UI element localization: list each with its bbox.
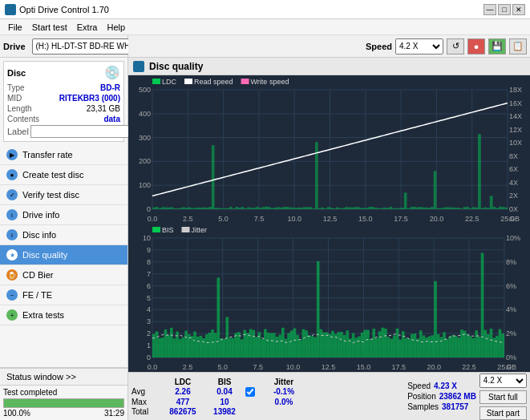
speed-toolbar: Speed 4.2 X Max 1.0 X 2.0 X 6.0 X 8.0 X … [128, 35, 530, 58]
start-part-button[interactable]: Start part [479, 406, 527, 420]
disc-label-input[interactable] [30, 125, 136, 138]
speed-select[interactable]: 4.2 X Max 1.0 X 2.0 X 6.0 X 8.0 X [395, 38, 443, 55]
sidebar-item-label-drive-info: Drive info [22, 210, 59, 220]
stats-ldc-header: LDC [162, 378, 204, 386]
stats-speed-select[interactable]: 4.2 X Max 2.0 X [479, 374, 527, 388]
chart2-container [128, 224, 530, 372]
stats-max-bis: 10 [204, 398, 245, 406]
fe-te-icon: ~ [6, 289, 18, 301]
refresh-button[interactable]: ↺ [447, 38, 464, 55]
close-button[interactable]: ✕ [512, 4, 525, 15]
cd-bier-icon: 🍺 [6, 269, 18, 281]
stats-avg-ldc: 2.26 [162, 387, 204, 396]
maximize-button[interactable]: □ [498, 4, 511, 15]
disc-panel-title: Disc [7, 68, 26, 78]
sidebar-item-label-create-test-disc: Create test disc [22, 170, 83, 180]
jitter-checkbox[interactable] [245, 387, 255, 397]
charts-area [128, 75, 530, 372]
disc-quality-header: Disc quality [128, 58, 530, 75]
stats-bottom: LDC BIS Jitter Avg 2.26 0.04 -0.1% Max 4… [128, 372, 530, 420]
disc-length-row: Length 23,31 GB [7, 104, 120, 113]
nav-menu: ▶ Transfer rate ● Create test disc ✓ Ver… [0, 145, 127, 325]
samples-value: 381757 [442, 402, 468, 411]
sidebar-item-label-disc-quality: Disc quality [22, 250, 67, 260]
sidebar-item-fe-te[interactable]: ~ FE / TE [0, 285, 127, 305]
disc-type-row: Type BD-R [7, 83, 120, 92]
app-icon [5, 4, 16, 15]
sidebar-item-extra-tests[interactable]: + Extra tests [0, 305, 127, 325]
sidebar: Drive (H:) HL-DT-ST BD-RE WH16NS48 1.D3 … [0, 35, 128, 420]
disc-contents-value: data [103, 115, 120, 123]
menu-help[interactable]: Help [102, 22, 130, 33]
disc-mid-row: MID RITEKBR3 (000) [7, 94, 120, 103]
sidebar-item-disc-quality[interactable]: ★ Disc quality [0, 245, 127, 265]
dq-title: Disc quality [149, 61, 203, 72]
verify-test-disc-icon: ✓ [6, 189, 18, 200]
stats-max-ldc: 477 [162, 398, 204, 406]
sidebar-item-label-fe-te: FE / TE [22, 290, 52, 300]
stats-avg-label: Avg [131, 387, 162, 396]
disc-icon: 💿 [104, 65, 120, 80]
disc-length-value: 23,31 GB [87, 104, 120, 113]
title-bar: Opti Drive Control 1.70 — □ ✕ [0, 0, 530, 19]
speed-display-label: Speed [407, 382, 431, 390]
speed-display-value: 4.23 X [434, 382, 457, 390]
sidebar-item-label-cd-bier: CD Bier [22, 270, 54, 280]
stats-avg-bis: 0.04 [204, 387, 245, 396]
dq-icon [133, 61, 144, 72]
sidebar-item-verify-test-disc[interactable]: ✓ Verify test disc [0, 185, 127, 205]
disc-type-value: BD-R [100, 83, 120, 92]
disc-contents-label: Contents [7, 115, 39, 123]
stats-max-label: Max [131, 398, 162, 406]
progress-fill [4, 399, 123, 407]
menu-file[interactable]: File [3, 22, 27, 33]
progress-bar [3, 398, 124, 408]
samples-label: Samples [407, 402, 439, 411]
sidebar-item-label-extra-tests: Extra tests [22, 310, 64, 320]
disc-type-label: Type [7, 83, 25, 92]
sidebar-item-disc-info[interactable]: i Disc info [0, 225, 127, 245]
sidebar-item-create-test-disc[interactable]: ● Create test disc [0, 165, 127, 185]
stats-jitter-header: Jitter [263, 378, 305, 386]
sidebar-item-cd-bier[interactable]: 🍺 CD Bier [0, 265, 127, 285]
position-value: 23862 MB [439, 392, 476, 401]
progress-section: Test completed 100.0% 31:29 [0, 385, 127, 420]
stats-max-jitter: 0.0% [263, 398, 305, 406]
disc-label-label: Label [7, 127, 29, 136]
disc-mid-value: RITEKBR3 (000) [59, 94, 120, 103]
extra-tests-icon: + [6, 309, 18, 321]
disc-length-label: Length [7, 104, 32, 113]
sidebar-item-transfer-rate[interactable]: ▶ Transfer rate [0, 145, 127, 165]
start-full-button[interactable]: Start full [479, 390, 527, 404]
save-button[interactable]: 💾 [488, 38, 506, 55]
menu-extra[interactable]: Extra [72, 22, 103, 33]
export-button[interactable]: 📋 [509, 38, 527, 55]
content-area: Speed 4.2 X Max 1.0 X 2.0 X 6.0 X 8.0 X … [128, 35, 530, 420]
sidebar-item-label-transfer-rate: Transfer rate [22, 150, 73, 160]
disc-info-icon: i [6, 229, 18, 240]
chart1-container [128, 75, 530, 224]
progress-row: 100.0% 31:29 [3, 409, 124, 418]
disc-mid-label: MID [7, 94, 22, 103]
ldc-chart [128, 75, 530, 224]
disc-label-row: Label ✎ [7, 125, 120, 138]
drive-label: Drive [3, 42, 26, 51]
stats-total-bis: 13982 [204, 407, 245, 416]
config-button[interactable]: ● [467, 38, 485, 55]
status-window-button[interactable]: Status window >> [0, 368, 127, 385]
window-controls: — □ ✕ [483, 4, 525, 15]
menu-bar: File Start test Extra Help [0, 19, 530, 35]
app-title: Opti Drive Control 1.70 [19, 5, 109, 14]
sidebar-status: Status window >> Test completed 100.0% 3… [0, 367, 127, 420]
drive-info-icon: i [6, 209, 18, 220]
menu-start-test[interactable]: Start test [27, 22, 72, 33]
sidebar-item-drive-info[interactable]: i Drive info [0, 205, 127, 225]
disc-quality-icon: ★ [6, 249, 18, 260]
minimize-button[interactable]: — [483, 4, 496, 15]
transfer-rate-icon: ▶ [6, 149, 18, 160]
create-test-disc-icon: ● [6, 169, 18, 180]
main-layout: Drive (H:) HL-DT-ST BD-RE WH16NS48 1.D3 … [0, 35, 530, 420]
sidebar-item-label-verify-test-disc: Verify test disc [22, 190, 79, 200]
drive-toolbar: Drive (H:) HL-DT-ST BD-RE WH16NS48 1.D3 … [0, 35, 127, 58]
progress-percent: 100.0% [3, 409, 30, 418]
